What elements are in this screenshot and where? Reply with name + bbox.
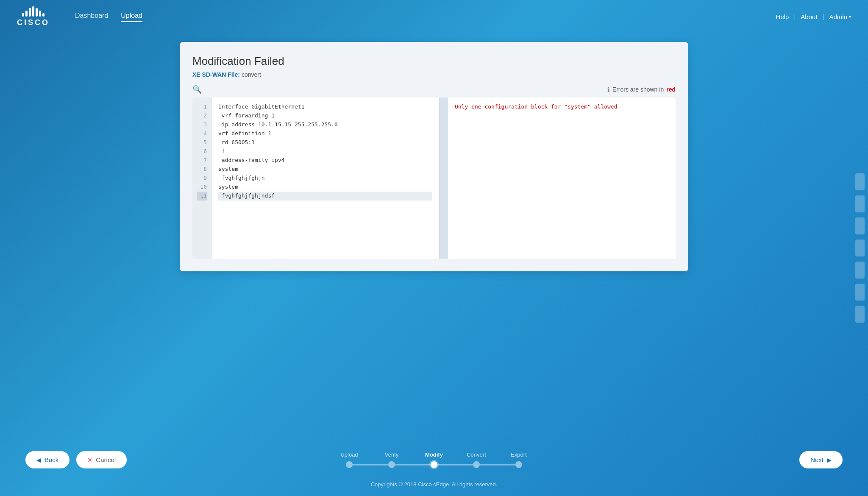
line-number-10: 10: [200, 183, 207, 192]
error-message: Only one configuration block for "system…: [455, 103, 669, 111]
header-right: Help | About | Admin ▾: [776, 13, 851, 20]
cisco-logo: CISCO: [17, 6, 50, 27]
error-notice: ℹ Errors are shown in red: [607, 86, 676, 94]
step-label-export: Export: [498, 451, 540, 458]
right-decorative-bars: [852, 169, 868, 327]
admin-label: Admin: [829, 13, 847, 20]
code-line-11: fvghfghjfghjndsf: [218, 192, 432, 201]
scroll-divider: [440, 98, 448, 259]
step-connector-0: [353, 464, 388, 465]
admin-dropdown[interactable]: Admin ▾: [829, 13, 851, 20]
back-icon: ◀: [36, 457, 41, 463]
right-bar-1: [855, 173, 865, 190]
line-number-3: 3: [203, 120, 207, 129]
progress-steps: UploadVerifyModifyConvertExport: [328, 451, 540, 468]
line-number-6: 6: [203, 147, 207, 156]
footer-left-buttons: ◀ Back ✕ Cancel: [25, 451, 127, 468]
file-subtitle: XE SD-WAN File: convert: [192, 71, 676, 78]
page-title: Modification Failed: [192, 55, 676, 68]
line-number-1: 1: [203, 103, 207, 111]
next-label: Next: [810, 456, 823, 463]
code-panels: 1234567891011 interface GigabitEthernet1…: [192, 98, 676, 259]
code-line-9: fvghfghjfghjn: [218, 174, 432, 183]
code-line-1: interface GigabitEthernet1: [218, 103, 432, 111]
next-icon: ▶: [827, 457, 832, 463]
right-bar-5: [855, 262, 865, 279]
main-nav: Dashboard Upload: [75, 12, 776, 22]
code-line-10: system: [218, 183, 432, 192]
nav-upload[interactable]: Upload: [121, 12, 142, 22]
file-label: XE SD-WAN File:: [192, 71, 240, 78]
step-label-upload: Upload: [328, 451, 370, 458]
code-content[interactable]: interface GigabitEthernet1 vrf forwardin…: [211, 98, 440, 259]
line-number-2: 2: [203, 111, 207, 120]
line-number-5: 5: [203, 138, 207, 147]
step-dot-verify: [388, 461, 395, 468]
chevron-down-icon: ▾: [849, 14, 851, 19]
code-line-7: address-family ipv4: [218, 156, 432, 165]
step-dot-convert: [473, 461, 480, 468]
search-icon[interactable]: 🔍: [192, 85, 202, 94]
main-content: Modification Failed XE SD-WAN File: conv…: [0, 33, 868, 443]
code-line-4: vrf definition 1: [218, 129, 432, 138]
step-dot-export: [515, 461, 522, 468]
line-number-7: 7: [203, 156, 207, 165]
next-button[interactable]: Next ▶: [799, 451, 843, 468]
step-label-verify: Verify: [370, 451, 413, 458]
code-line-6: !: [218, 147, 432, 156]
line-number-4: 4: [203, 129, 207, 138]
line-numbers: 1234567891011: [192, 98, 211, 259]
step-connector-1: [395, 464, 431, 465]
code-line-2: vrf forwarding 1: [218, 111, 432, 120]
cancel-icon: ✕: [87, 457, 92, 463]
info-icon: ℹ: [607, 86, 610, 94]
main-card: Modification Failed XE SD-WAN File: conv…: [180, 42, 688, 271]
cancel-label: Cancel: [96, 456, 116, 463]
back-label: Back: [45, 456, 58, 463]
cisco-bars-icon: [22, 6, 45, 17]
copyright: Copyrights © 2018 Cisco cEdge. All right…: [0, 481, 868, 496]
nav-dashboard[interactable]: Dashboard: [75, 12, 108, 22]
about-link[interactable]: About: [801, 13, 817, 20]
right-bar-4: [855, 240, 865, 256]
step-label-modify: Modify: [413, 451, 455, 458]
card-toolbar: 🔍 ℹ Errors are shown in red: [192, 85, 676, 94]
error-panel: Only one configuration block for "system…: [448, 98, 676, 259]
back-button[interactable]: ◀ Back: [25, 451, 70, 468]
line-number-11: 11: [197, 192, 207, 201]
step-dot-upload: [346, 461, 353, 468]
code-line-8: system: [218, 165, 432, 174]
error-color-word: red: [666, 86, 676, 93]
step-label-convert: Convert: [455, 451, 498, 458]
cancel-button[interactable]: ✕ Cancel: [76, 451, 127, 468]
line-number-9: 9: [203, 174, 207, 183]
footer-nav: ◀ Back ✕ Cancel UploadVerifyModifyConver…: [0, 443, 868, 481]
step-connector-3: [480, 464, 515, 465]
line-number-8: 8: [203, 165, 207, 174]
right-bar-7: [855, 306, 865, 323]
help-link[interactable]: Help: [776, 13, 789, 20]
error-notice-prefix: Errors are shown in: [612, 86, 664, 93]
file-value-text: convert: [242, 71, 261, 78]
right-bar-2: [855, 195, 865, 212]
step-dot-modify: [431, 461, 437, 468]
right-bar-6: [855, 284, 865, 301]
code-line-5: rd 65005:1: [218, 138, 432, 147]
header: CISCO Dashboard Upload Help | About | Ad…: [0, 0, 868, 33]
step-connector-2: [437, 464, 473, 465]
right-bar-3: [855, 217, 865, 234]
code-line-3: ip address 10.1.15.15 255.255.255.0: [218, 120, 432, 129]
